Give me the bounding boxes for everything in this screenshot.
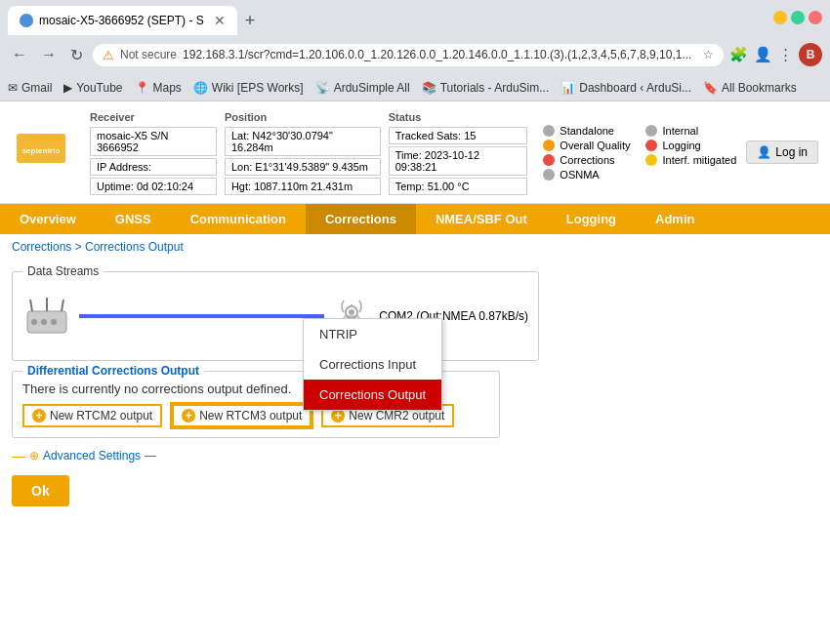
standalone-dot xyxy=(543,125,555,137)
nav-corrections[interactable]: Corrections xyxy=(306,204,416,234)
osnma-label: OSNMA xyxy=(560,169,599,181)
temp-value: Temp: 51.00 °C xyxy=(395,181,470,192)
svg-line-6 xyxy=(30,300,32,311)
info-panel: Receiver mosaic-X5 S/N 3666952 IP Addres… xyxy=(90,109,527,195)
dropdown-ntrip[interactable]: NTRIP xyxy=(304,319,441,349)
data-streams-section: Data Streams xyxy=(12,271,539,361)
bookmark-wiki[interactable]: 🌐 Wiki [EPS Works] xyxy=(193,81,304,95)
refresh-button[interactable]: ↻ xyxy=(66,42,87,68)
back-button[interactable]: ← xyxy=(8,42,31,67)
account-avatar[interactable]: B xyxy=(799,43,822,66)
indicator-interf-mitigated: Interf. mitigated xyxy=(645,154,736,166)
router-icon xyxy=(22,292,71,341)
nav-gnss[interactable]: GNSS xyxy=(96,204,171,234)
bookmark-all[interactable]: 🔖 All Bookmarks xyxy=(703,81,797,95)
bookmark-gmail[interactable]: ✉ Gmail xyxy=(8,81,52,95)
dropdown-corrections-input[interactable]: Corrections Input xyxy=(304,349,441,380)
breadcrumb: Corrections > Corrections Output xyxy=(0,234,830,260)
rtcm3-plus-icon: + xyxy=(182,409,195,423)
cmr2-plus-icon: + xyxy=(331,409,345,423)
uptime-box: Uptime: 0d 02:10:24 xyxy=(90,178,217,195)
lon-value: Lon: E1°31'49.5389" 9.435m xyxy=(231,161,368,173)
indicator-osnma: OSNMA xyxy=(543,169,630,181)
indicators-col-2: Internal Logging Interf. mitigated xyxy=(645,125,736,181)
nav-logging[interactable]: Logging xyxy=(547,204,636,234)
indicator-corrections: Corrections xyxy=(543,154,630,166)
person-icon: 👤 xyxy=(757,145,771,159)
receiver-col-label: Receiver xyxy=(90,109,217,125)
site-header: septentrio Receiver mosaic-X5 S/N 366695… xyxy=(0,101,830,204)
login-button[interactable]: 👤 Log in xyxy=(746,141,818,164)
close-button[interactable] xyxy=(809,11,822,24)
indicator-overall-quality: Overall Quality xyxy=(543,140,630,151)
position-col-label: Position xyxy=(225,109,381,125)
security-icon: ⚠ xyxy=(103,48,114,62)
dropdown-corrections-output[interactable]: Corrections Output xyxy=(304,380,441,410)
tab-label: mosaic-X5-3666952 (SEPT) - S xyxy=(39,14,204,27)
indicators-col-1: Standalone Overall Quality Corrections O… xyxy=(543,125,630,181)
new-rtcm3-button[interactable]: + New RTCM3 output xyxy=(172,404,311,427)
advanced-settings-link[interactable]: Advanced Settings xyxy=(43,449,141,463)
bookmark-ardusimple-all[interactable]: 📡 ArduSimple All xyxy=(315,81,410,95)
status-col-label: Status xyxy=(389,109,528,125)
temp-box: Temp: 51.00 °C xyxy=(389,178,528,195)
ip-label: IP Address: xyxy=(97,161,151,173)
forward-button[interactable]: → xyxy=(37,42,61,67)
tracked-sats: Tracked Sats: 15 xyxy=(395,130,477,141)
indicator-standalone: Standalone xyxy=(543,125,630,137)
lon-box: Lon: E1°31'49.5389" 9.435m xyxy=(225,158,381,176)
svg-point-11 xyxy=(349,309,354,315)
bookmark-tutorials[interactable]: 📚 Tutorials - ArduSim... xyxy=(422,81,550,95)
bookmark-youtube[interactable]: ▶ YouTube xyxy=(63,81,122,95)
corrections-dropdown-menu: NTRIP Corrections Input Corrections Outp… xyxy=(303,318,442,411)
time-value: Time: 2023-10-12 09:38:21 xyxy=(395,149,479,173)
interf-mitigated-dot xyxy=(645,154,657,166)
nav-overview[interactable]: Overview xyxy=(0,204,96,234)
nav-communication[interactable]: Communication xyxy=(171,204,306,234)
maximize-button[interactable] xyxy=(791,11,805,24)
menu-icon[interactable]: ⋮ xyxy=(778,46,793,63)
hgt-value: Hgt: 1087.110m 21.431m xyxy=(231,181,353,192)
address-bar[interactable]: ⚠ Not secure 192.168.3.1/scr?cmd=1.20.10… xyxy=(93,44,724,66)
standalone-label: Standalone xyxy=(560,125,614,137)
receiver-name: mosaic-X5 S/N 3666952 xyxy=(97,130,168,153)
indicator-internal: Internal xyxy=(645,125,736,137)
time-box: Time: 2023-10-12 09:38:21 xyxy=(389,146,528,176)
tab-favicon xyxy=(20,14,33,27)
login-label: Log in xyxy=(775,145,808,159)
tab-close-button[interactable]: ✕ xyxy=(214,13,226,28)
bookmark-dashboard[interactable]: 📊 Dashboard ‹ ArduSi... xyxy=(560,81,691,95)
profile-icon[interactable]: 👤 xyxy=(754,46,772,63)
rtcm2-label: New RTCM2 output xyxy=(50,409,152,423)
svg-point-3 xyxy=(31,319,37,325)
svg-text:septentrio: septentrio xyxy=(22,146,61,155)
nav-nmea-sbf[interactable]: NMEA/SBF Out xyxy=(416,204,547,234)
minimize-button[interactable] xyxy=(773,11,787,24)
new-tab-button[interactable]: + xyxy=(237,7,264,35)
advanced-expand-icon[interactable]: — xyxy=(12,448,25,463)
data-streams-title: Data Streams xyxy=(22,264,104,278)
url-text: 192.168.3.1/scr?cmd=1.20.106.0.0_1.20.12… xyxy=(183,48,697,61)
new-rtcm2-button[interactable]: + New RTCM2 output xyxy=(22,404,162,427)
ip-box: IP Address: xyxy=(90,158,217,176)
nav-admin[interactable]: Admin xyxy=(636,204,714,234)
ok-button[interactable]: Ok xyxy=(12,475,69,506)
stream-line xyxy=(79,314,324,318)
bookmarks-bar: ✉ Gmail ▶ YouTube 📍 Maps 🌐 Wiki [EPS Wor… xyxy=(0,74,830,101)
internal-label: Internal xyxy=(662,125,698,137)
hgt-box: Hgt: 1087.110m 21.431m xyxy=(225,178,381,195)
logo-area: septentrio xyxy=(12,124,70,181)
svg-point-5 xyxy=(51,319,57,325)
adv-plus2[interactable]: ⊕ xyxy=(29,449,39,463)
browser-tab[interactable]: mosaic-X5-3666952 (SEPT) - S ✕ xyxy=(8,6,237,35)
corrections-dot xyxy=(543,154,555,166)
logging-dot xyxy=(645,140,657,151)
cmr2-label: New CMR2 output xyxy=(349,409,444,423)
bookmark-star-icon[interactable]: ☆ xyxy=(703,48,714,61)
data-stream-row: COM2 (Out:NMEA 0.87kB/s) xyxy=(22,282,528,350)
bookmark-maps[interactable]: 📍 Maps xyxy=(135,81,182,95)
corrections-label: Corrections xyxy=(560,154,614,166)
rtcm2-plus-icon: + xyxy=(32,409,46,423)
logo: septentrio xyxy=(12,124,70,181)
extensions-icon[interactable]: 🧩 xyxy=(729,46,748,63)
